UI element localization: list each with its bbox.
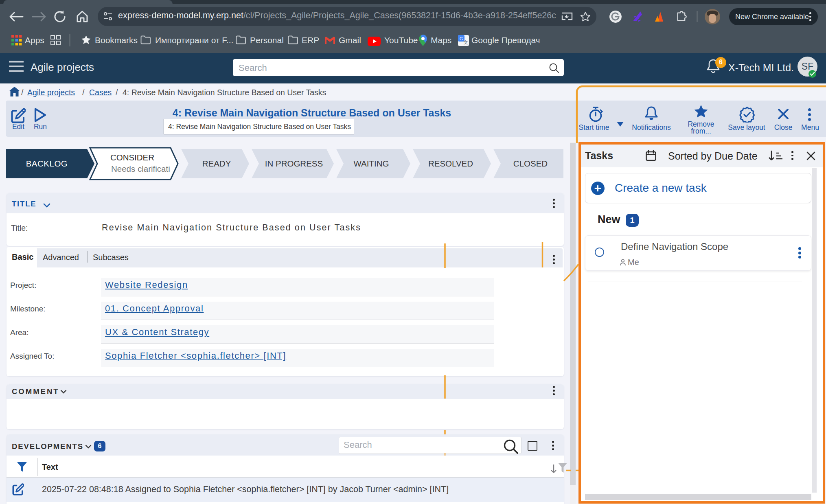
svg-text:G: G bbox=[460, 36, 463, 41]
svg-text:RESOLVED: RESOLVED bbox=[428, 159, 473, 168]
svg-text:IN PROGRESS: IN PROGRESS bbox=[265, 159, 323, 168]
svg-text:BACKLOG: BACKLOG bbox=[26, 159, 68, 168]
svg-text:CLOSED: CLOSED bbox=[513, 159, 548, 168]
svg-text:WAITING: WAITING bbox=[354, 159, 389, 168]
svg-text:CONSIDER: CONSIDER bbox=[110, 153, 154, 162]
svg-text:Needs clarificati: Needs clarificati bbox=[111, 164, 170, 173]
svg-text:READY: READY bbox=[202, 159, 231, 168]
svg-text:文: 文 bbox=[464, 40, 468, 45]
